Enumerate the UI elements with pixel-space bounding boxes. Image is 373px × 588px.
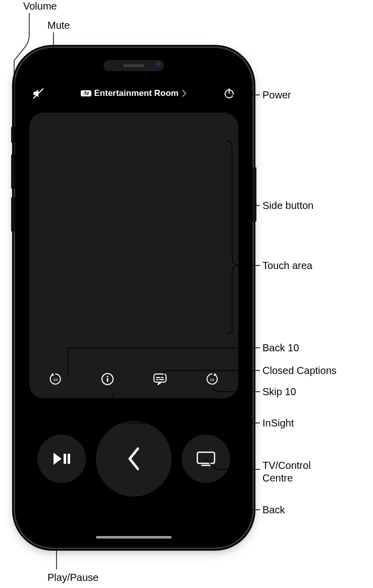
info-icon [100,372,115,386]
label-insight: InSight [262,417,294,430]
touch-area[interactable]: 10 [29,113,238,398]
label-mute: Mute [47,19,70,32]
label-touch-area: Touch area [262,259,312,272]
insight-button[interactable] [98,370,117,388]
label-power: Power [262,89,291,101]
ring-silent-switch[interactable] [11,126,15,143]
label-side-button: Side button [262,199,313,212]
label-volume: Volume [23,0,57,13]
skip-10-icon: 10 [204,371,220,387]
svg-point-5 [107,376,109,377]
svg-text:10: 10 [53,378,58,382]
svg-rect-14 [68,454,70,464]
bottom-controls [25,418,242,499]
power-icon [223,87,235,99]
label-skip-10: Skip 10 [262,386,296,398]
home-indicator[interactable] [96,536,172,539]
svg-rect-6 [107,378,109,382]
label-play-pause: Play/Pause [47,571,98,584]
mute-icon [32,87,45,100]
closed-captions-button[interactable] [151,370,169,388]
label-back: Back [262,504,285,516]
diagram-stage: tv Entertainment Room [0,0,373,588]
chevron-left-icon [125,446,143,472]
dynamic-island [103,60,164,71]
side-button[interactable] [252,167,256,222]
label-tv-control-centre: TV/Control Centre [262,459,311,485]
back-10-button[interactable]: 10 [46,370,65,388]
volume-down-key[interactable] [11,197,15,232]
play-pause-icon [51,450,72,468]
label-back-10: Back 10 [262,342,299,354]
menu-back-button[interactable] [96,421,172,497]
svg-rect-13 [64,454,66,464]
device-selector[interactable]: tv Entertainment Room [81,88,186,98]
tv-icon [195,450,217,467]
skip-10-button[interactable]: 10 [203,370,221,388]
closed-captions-icon [152,372,168,386]
apple-tv-badge: tv [81,90,91,96]
remote-topbar: tv Entertainment Room [25,83,242,103]
svg-rect-15 [197,452,215,463]
remote-screen: tv Entertainment Room [25,83,242,527]
svg-text:10: 10 [210,378,215,382]
front-camera [156,62,162,68]
volume-up-key[interactable] [11,154,15,189]
label-closed-captions: Closed Captions [262,364,337,377]
play-pause-button[interactable] [37,435,86,483]
power-button[interactable] [220,84,238,102]
tv-control-centre-button[interactable] [182,435,230,483]
back-10-icon: 10 [48,371,63,387]
mute-button[interactable] [29,84,47,102]
chevron-right-icon [182,89,187,97]
phone-chassis: tv Entertainment Room [15,48,252,548]
touchpad-secondary-row: 10 [29,369,238,389]
device-name: Entertainment Room [94,88,179,98]
